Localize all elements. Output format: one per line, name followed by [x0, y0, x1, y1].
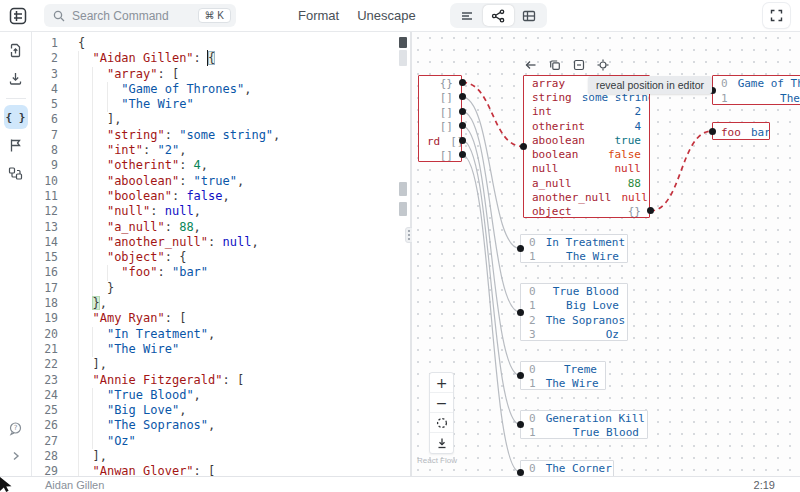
collapse-node-button[interactable]	[572, 58, 586, 72]
editor-line[interactable]: 8 "int": "2",	[32, 143, 398, 158]
editor-line[interactable]: 14 "another_null": null,	[32, 235, 398, 250]
editor-line[interactable]: 24 "True Blood",	[32, 388, 398, 403]
graph-node-alexander-skarsgard-array[interactable]: 0Generation Kill1True Blood	[520, 410, 648, 439]
editor-line[interactable]: 22 ],	[32, 357, 398, 372]
editor-line[interactable]: 19 "Amy Ryan": [	[32, 311, 398, 326]
graph-node-root-object[interactable]: {}[][][]rd[][]	[418, 75, 462, 162]
connection-dot	[459, 151, 466, 158]
editor-line[interactable]: 4 "Game of Thrones",	[32, 82, 398, 97]
sidebar-item-node-links[interactable]	[4, 161, 28, 185]
token: ,	[223, 189, 230, 203]
code-text: "In Treatment",	[78, 327, 215, 342]
format-button[interactable]: Format	[298, 8, 339, 23]
node-value: The Sopranos	[546, 314, 625, 327]
node-key: aboolean	[532, 134, 585, 147]
editor-line[interactable]: 15 "object": {	[32, 250, 398, 265]
editor-line[interactable]: 12 "null": null,	[32, 204, 398, 219]
collapse-sidebar-button[interactable]	[4, 444, 28, 468]
indent-guide	[92, 82, 93, 97]
node-row: 0Game of Thrones	[713, 76, 800, 91]
fullscreen-button[interactable]	[763, 3, 790, 28]
token	[78, 82, 121, 96]
tab-graph-view[interactable]	[483, 5, 514, 26]
node-value: The Wire	[566, 250, 619, 263]
editor-line[interactable]: 6 ],	[32, 112, 398, 127]
line-number: 7	[32, 128, 58, 143]
node-value: {}	[440, 77, 453, 90]
code-text: "boolean": false,	[78, 189, 230, 204]
editor-line[interactable]: 5 "The Wire"	[32, 97, 398, 112]
reveal-position-button[interactable]	[596, 58, 610, 72]
editor-line[interactable]: 23 "Annie Fitzgerald": [	[32, 373, 398, 388]
node-key: 1	[529, 377, 536, 390]
search-input[interactable]: Search Command ⌘ K	[44, 4, 236, 27]
graph-node-annie-fitzgerald-array[interactable]: 0True Blood1Big Love2The Sopranos3Oz	[520, 283, 628, 341]
node-value: null	[615, 162, 642, 175]
line-number: 10	[32, 174, 58, 189]
import-file-button[interactable]	[4, 38, 28, 62]
code-text: "The Wire"	[78, 97, 194, 112]
indent-guide	[78, 67, 79, 82]
editor-line[interactable]: 20 "In Treatment",	[32, 327, 398, 342]
sidebar-item-json-editor[interactable]: { }	[4, 105, 28, 129]
node-row: object{}	[524, 205, 649, 219]
graph-node-object-foo-bar[interactable]: foobar	[712, 122, 770, 140]
editor-line[interactable]: 25 "Big Love",	[32, 403, 398, 418]
token: "Anwan Glover"	[92, 464, 193, 476]
fit-view-button[interactable]	[430, 413, 453, 433]
node-key: 0	[529, 412, 536, 425]
editor-line[interactable]: 1{	[32, 36, 398, 51]
node-row: 1The Wire	[521, 377, 605, 392]
editor-line[interactable]: 13 "a_null": 88,	[32, 220, 398, 235]
connection-dot	[459, 79, 466, 86]
editor-line[interactable]: 29 "Anwan Glover": [	[32, 464, 398, 476]
flag-icon	[8, 138, 23, 153]
code-text: "aboolean": "true",	[78, 174, 244, 189]
token: : [	[223, 373, 245, 387]
graph-node-aidan-gillen-object[interactable]: arraystringsome stringint2otherint4abool…	[523, 75, 650, 218]
token: "True Blood"	[107, 388, 194, 402]
node-row: foobar	[713, 123, 769, 141]
code-text: "array": [	[78, 67, 179, 82]
editor-line[interactable]: 21 "The Wire"	[32, 342, 398, 357]
editor-line[interactable]: 26 "The Sopranos",	[32, 418, 398, 433]
json-code-editor[interactable]: 1{2 "Aidan Gillen": {3 "array": [4 "Game…	[32, 32, 410, 476]
graph-node-alice-farmer-array[interactable]: 0The Corner	[520, 460, 614, 476]
graph-node-anwan-glover-array[interactable]: 0Treme1The Wire	[520, 361, 606, 390]
editor-line[interactable]: 7 "string": "some string",	[32, 128, 398, 143]
app-logo[interactable]	[7, 5, 29, 27]
indent-guide	[92, 281, 93, 296]
edge	[462, 97, 520, 249]
node-value: Generation Kill	[546, 412, 645, 425]
token: :	[179, 174, 193, 188]
graph-node-amy-ryan-array[interactable]: 0In Treatment1The Wire	[520, 234, 628, 263]
node-row: []	[419, 149, 461, 164]
download-image-button[interactable]	[430, 433, 453, 453]
editor-line[interactable]: 10 "aboolean": "true",	[32, 174, 398, 189]
copy-node-button[interactable]	[548, 58, 562, 72]
editor-line[interactable]: 2 "Aidan Gillen": {	[32, 51, 398, 66]
graph-node-array-items[interactable]: 0Game of Thrones1The Wire	[712, 75, 800, 105]
scrollbar-thumb[interactable]	[399, 50, 407, 66]
zoom-out-button[interactable]: −	[430, 393, 453, 413]
token: "object"	[107, 250, 165, 264]
back-button[interactable]	[524, 58, 538, 72]
editor-line[interactable]: 28 ],	[32, 449, 398, 464]
graph-canvas[interactable]: reveal position in editor + −	[412, 32, 800, 476]
editor-line[interactable]: 27 "Oz"	[32, 434, 398, 449]
editor-line[interactable]: 16 "foo": "bar"	[32, 265, 398, 280]
zoom-in-button[interactable]: +	[430, 373, 453, 393]
editor-line[interactable]: 9 "otherint": 4,	[32, 158, 398, 173]
tab-table-view[interactable]	[514, 5, 545, 26]
sidebar-item-transform[interactable]	[4, 133, 28, 157]
tab-text-view[interactable]	[452, 5, 483, 26]
token: "The Wire"	[121, 97, 193, 111]
download-button[interactable]	[4, 66, 28, 90]
unescape-button[interactable]: Unescape	[357, 8, 416, 23]
help-button[interactable]: ?	[4, 416, 28, 440]
editor-line[interactable]: 11 "boolean": false,	[32, 189, 398, 204]
editor-line[interactable]: 18 },	[32, 296, 398, 311]
node-key: 0	[529, 363, 536, 376]
editor-line[interactable]: 3 "array": [	[32, 67, 398, 82]
editor-line[interactable]: 17 }	[32, 281, 398, 296]
